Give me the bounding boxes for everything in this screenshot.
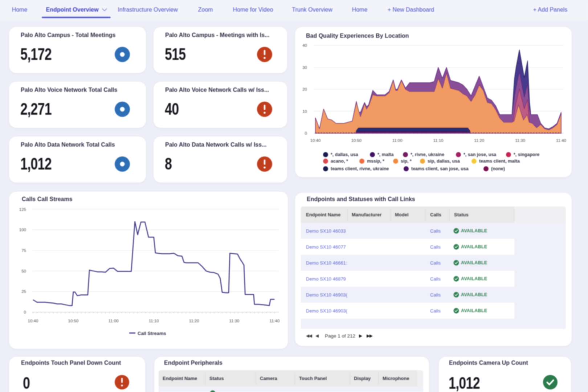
svg-text:11:10: 11:10 (149, 319, 159, 323)
svg-text:11:40: 11:40 (556, 138, 566, 143)
svg-text:10:50: 10:50 (351, 138, 362, 143)
svg-text:11:30: 11:30 (515, 138, 525, 143)
svg-text:11:00: 11:00 (109, 319, 119, 323)
svg-text:75: 75 (21, 248, 26, 253)
svg-text:100: 100 (19, 228, 26, 232)
svg-text:11:10: 11:10 (433, 138, 444, 143)
svg-text:11:30: 11:30 (229, 319, 240, 323)
svg-text:0: 0 (305, 131, 307, 135)
svg-text:11:20: 11:20 (189, 319, 199, 323)
svg-text:20: 20 (302, 87, 307, 91)
svg-text:10:40: 10:40 (310, 138, 321, 143)
svg-text:50: 50 (21, 269, 26, 273)
svg-text:30: 30 (302, 65, 307, 70)
svg-text:10:40: 10:40 (28, 319, 38, 323)
svg-text:40: 40 (302, 43, 307, 48)
svg-text:10:50: 10:50 (68, 319, 79, 323)
svg-text:11:20: 11:20 (474, 138, 484, 143)
svg-text:11:00: 11:00 (392, 138, 403, 143)
svg-text:125: 125 (19, 207, 26, 212)
svg-text:10: 10 (302, 109, 307, 114)
svg-text:11:40: 11:40 (269, 319, 279, 323)
svg-text:0: 0 (24, 310, 26, 314)
svg-text:25: 25 (21, 289, 26, 294)
